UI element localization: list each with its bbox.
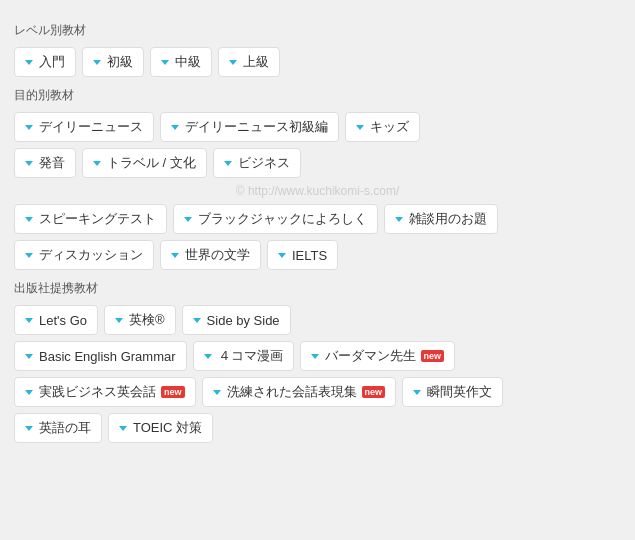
chevron-down-icon [25, 217, 33, 222]
chevron-down-icon [119, 426, 127, 431]
chip-label: 発音 [39, 154, 65, 172]
chip-1-1-2[interactable]: ビジネス [213, 148, 301, 178]
chip-label: ビジネス [238, 154, 290, 172]
chevron-down-icon [25, 426, 33, 431]
chip-label: ブラックジャックによろしく [198, 210, 367, 228]
chip-0-0-0[interactable]: 入門 [14, 47, 76, 77]
chip-label: トラベル / 文化 [107, 154, 196, 172]
chip-2-3-0[interactable]: 英語の耳 [14, 413, 102, 443]
chips-row-1-3: ディスカッション世界の文学IELTS [14, 240, 621, 270]
chip-label: スピーキングテスト [39, 210, 156, 228]
chevron-down-icon [311, 354, 319, 359]
chevron-down-icon [193, 318, 201, 323]
chip-label: TOEIC 対策 [133, 419, 202, 437]
chip-2-0-2[interactable]: Side by Side [182, 305, 291, 335]
chip-label: 瞬間英作文 [427, 383, 492, 401]
new-badge: new [161, 386, 185, 398]
chips-row-1-0: デイリーニュースデイリーニュース初級編キッズ [14, 112, 621, 142]
chip-1-2-2[interactable]: 雑談用のお題 [384, 204, 498, 234]
chips-row-0-0: 入門初級中級上級 [14, 47, 621, 77]
chip-1-0-0[interactable]: デイリーニュース [14, 112, 154, 142]
app-container: レベル別教材入門初級中級上級目的別教材デイリーニュースデイリーニュース初級編キッ… [14, 22, 621, 443]
chip-label: 世界の文学 [185, 246, 250, 264]
chip-label: ４コマ漫画 [218, 347, 283, 365]
chevron-down-icon [93, 60, 101, 65]
chevron-down-icon [161, 60, 169, 65]
chip-1-0-2[interactable]: キッズ [345, 112, 420, 142]
chip-label: キッズ [370, 118, 409, 136]
chip-2-1-0[interactable]: Basic English Grammar [14, 341, 187, 371]
chip-label: デイリーニュース初級編 [185, 118, 328, 136]
chips-row-1-2: スピーキングテストブラックジャックによろしく雑談用のお題 [14, 204, 621, 234]
chevron-down-icon [224, 161, 232, 166]
chip-label: 洗練された会話表現集 [227, 383, 357, 401]
chevron-down-icon [25, 125, 33, 130]
chip-1-2-0[interactable]: スピーキングテスト [14, 204, 167, 234]
chip-2-3-1[interactable]: TOEIC 対策 [108, 413, 213, 443]
chips-row-2-1: Basic English Grammar４コマ漫画バーダマン先生new [14, 341, 621, 371]
chip-label: 中級 [175, 53, 201, 71]
chip-2-0-0[interactable]: Let's Go [14, 305, 98, 335]
chip-2-2-1[interactable]: 洗練された会話表現集new [202, 377, 397, 407]
chip-label: Basic English Grammar [39, 349, 176, 364]
chevron-down-icon [184, 217, 192, 222]
chip-0-0-3[interactable]: 上級 [218, 47, 280, 77]
chevron-down-icon [171, 253, 179, 258]
chip-2-2-0[interactable]: 実践ビジネス英会話new [14, 377, 196, 407]
chevron-down-icon [213, 390, 221, 395]
chip-label: IELTS [292, 248, 327, 263]
chip-1-3-1[interactable]: 世界の文学 [160, 240, 261, 270]
chip-label: 上級 [243, 53, 269, 71]
chevron-down-icon [25, 354, 33, 359]
chevron-down-icon [356, 125, 364, 130]
chip-1-0-1[interactable]: デイリーニュース初級編 [160, 112, 339, 142]
chevron-down-icon [25, 318, 33, 323]
chip-label: デイリーニュース [39, 118, 143, 136]
chip-0-0-2[interactable]: 中級 [150, 47, 212, 77]
chip-label: 実践ビジネス英会話 [39, 383, 156, 401]
chip-1-1-1[interactable]: トラベル / 文化 [82, 148, 207, 178]
chevron-down-icon [413, 390, 421, 395]
chip-2-0-1[interactable]: 英検® [104, 305, 176, 335]
chip-2-2-2[interactable]: 瞬間英作文 [402, 377, 503, 407]
chevron-down-icon [25, 161, 33, 166]
chevron-down-icon [25, 390, 33, 395]
chevron-down-icon [93, 161, 101, 166]
chip-2-1-1[interactable]: ４コマ漫画 [193, 341, 294, 371]
new-badge: new [421, 350, 445, 362]
section-label-0: レベル別教材 [14, 22, 621, 39]
chips-row-2-0: Let's Go英検®Side by Side [14, 305, 621, 335]
chevron-down-icon [229, 60, 237, 65]
chip-1-1-0[interactable]: 発音 [14, 148, 76, 178]
chip-1-2-1[interactable]: ブラックジャックによろしく [173, 204, 378, 234]
chip-0-0-1[interactable]: 初級 [82, 47, 144, 77]
chip-label: 雑談用のお題 [409, 210, 487, 228]
chip-label: 入門 [39, 53, 65, 71]
chip-1-3-2[interactable]: IELTS [267, 240, 338, 270]
chips-row-2-2: 実践ビジネス英会話new洗練された会話表現集new瞬間英作文 [14, 377, 621, 407]
chip-label: 英検® [129, 311, 165, 329]
watermark: © http://www.kuchikomi-s.com/ [14, 184, 621, 198]
chevron-down-icon [25, 253, 33, 258]
chevron-down-icon [204, 354, 212, 359]
chip-2-1-2[interactable]: バーダマン先生new [300, 341, 456, 371]
chevron-down-icon [171, 125, 179, 130]
chevron-down-icon [25, 60, 33, 65]
chips-row-1-1: 発音トラベル / 文化ビジネス [14, 148, 621, 178]
chips-row-2-3: 英語の耳TOEIC 対策 [14, 413, 621, 443]
new-badge: new [362, 386, 386, 398]
chip-1-3-0[interactable]: ディスカッション [14, 240, 154, 270]
chip-label: ディスカッション [39, 246, 143, 264]
chip-label: Let's Go [39, 313, 87, 328]
chevron-down-icon [115, 318, 123, 323]
chip-label: バーダマン先生 [325, 347, 416, 365]
chevron-down-icon [278, 253, 286, 258]
chip-label: 英語の耳 [39, 419, 91, 437]
chip-label: Side by Side [207, 313, 280, 328]
section-label-2: 出版社提携教材 [14, 280, 621, 297]
section-label-1: 目的別教材 [14, 87, 621, 104]
chevron-down-icon [395, 217, 403, 222]
chip-label: 初級 [107, 53, 133, 71]
